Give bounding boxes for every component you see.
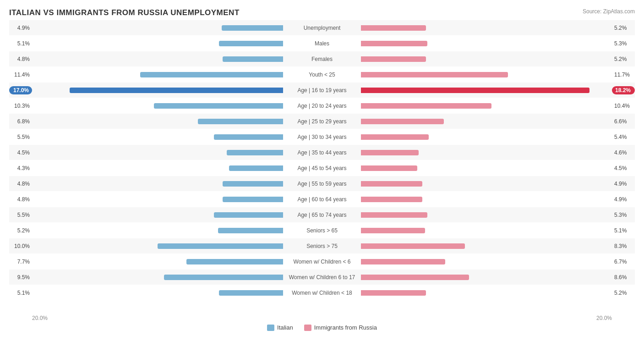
left-bar-area bbox=[32, 51, 283, 66]
blue-bar bbox=[70, 88, 283, 93]
right-value: 5.2% bbox=[612, 290, 635, 296]
chart-row: 11.4%Youth < 2511.7% bbox=[9, 67, 635, 82]
left-value: 4.8% bbox=[9, 56, 32, 62]
bar-section: Seniors > 65 bbox=[32, 223, 612, 238]
left-value: 7.7% bbox=[9, 259, 32, 265]
center-label: Females bbox=[283, 56, 361, 62]
center-label: Age | 25 to 29 years bbox=[283, 118, 361, 125]
left-value: 5.1% bbox=[9, 290, 32, 296]
pink-bar bbox=[361, 259, 445, 264]
left-bar-area bbox=[32, 129, 283, 144]
axis-left: 20.0% bbox=[32, 315, 48, 321]
right-value: 4.9% bbox=[612, 196, 635, 203]
chart-row: 5.1%Women w/ Children < 185.2% bbox=[9, 285, 635, 300]
bar-section: Age | 20 to 24 years bbox=[32, 98, 612, 113]
chart-title: ITALIAN VS IMMIGRANTS FROM RUSSIA UNEMPL… bbox=[9, 8, 635, 17]
blue-bar bbox=[214, 212, 283, 218]
bar-section: Males bbox=[32, 36, 612, 51]
right-value: 5.3% bbox=[612, 212, 635, 218]
chart-row: 9.5%Women w/ Children 6 to 178.6% bbox=[9, 270, 635, 285]
right-bar-area bbox=[361, 160, 612, 176]
chart-row: 17.0%Age | 16 to 19 years18.2% bbox=[9, 83, 635, 98]
legend-russia: Immigrants from Russia bbox=[304, 324, 377, 331]
pink-bar bbox=[361, 275, 469, 280]
blue-bar bbox=[222, 25, 283, 31]
pink-bar bbox=[361, 119, 444, 124]
pink-bar bbox=[361, 134, 429, 140]
legend-russia-box bbox=[304, 325, 311, 331]
chart-row: 5.1%Males5.3% bbox=[9, 36, 635, 51]
left-value: 4.3% bbox=[9, 165, 32, 171]
left-bar-area bbox=[32, 145, 283, 160]
legend-italian-box bbox=[267, 325, 274, 331]
right-value: 11.7% bbox=[612, 72, 635, 78]
left-value: 4.8% bbox=[9, 196, 32, 203]
center-label: Seniors > 65 bbox=[283, 227, 361, 234]
pink-bar bbox=[361, 25, 426, 31]
right-bar-area bbox=[361, 67, 612, 82]
blue-bar bbox=[158, 243, 283, 249]
chart-row: 6.8%Age | 25 to 29 years6.6% bbox=[9, 114, 635, 129]
right-bar-area bbox=[361, 20, 612, 35]
left-bar-area bbox=[32, 223, 283, 238]
right-value: 4.6% bbox=[612, 149, 635, 156]
blue-bar bbox=[140, 72, 283, 77]
bar-section: Seniors > 75 bbox=[32, 238, 612, 253]
right-value: 6.6% bbox=[612, 118, 635, 125]
bar-section: Women w/ Children < 6 bbox=[32, 254, 612, 269]
chart-row: 4.8%Age | 55 to 59 years4.9% bbox=[9, 176, 635, 191]
left-bar-area bbox=[32, 254, 283, 269]
chart-row: 4.8%Females5.2% bbox=[9, 51, 635, 66]
center-label: Women w/ Children < 18 bbox=[283, 290, 361, 296]
right-bar-area bbox=[361, 176, 612, 191]
right-bar-area bbox=[361, 254, 612, 269]
right-value: 5.2% bbox=[612, 56, 635, 62]
pink-bar bbox=[361, 72, 508, 77]
chart-row: 7.7%Women w/ Children < 66.7% bbox=[9, 254, 635, 269]
chart-container: ITALIAN VS IMMIGRANTS FROM RUSSIA UNEMPL… bbox=[0, 0, 644, 347]
blue-bar bbox=[219, 290, 283, 296]
center-label: Age | 45 to 54 years bbox=[283, 165, 361, 171]
chart-row: 10.0%Seniors > 758.3% bbox=[9, 238, 635, 253]
bar-section: Age | 45 to 54 years bbox=[32, 160, 612, 176]
chart-row: 5.5%Age | 65 to 74 years5.3% bbox=[9, 207, 635, 222]
chart-row: 10.3%Age | 20 to 24 years10.4% bbox=[9, 98, 635, 113]
bottom-axis: 20.0% 20.0% bbox=[9, 313, 635, 321]
right-value: 10.4% bbox=[612, 103, 635, 109]
left-bar-area bbox=[32, 192, 283, 207]
left-value: 5.2% bbox=[9, 227, 32, 234]
right-bar-area bbox=[361, 36, 612, 51]
bar-section: Women w/ Children < 18 bbox=[32, 285, 612, 300]
right-value: 8.6% bbox=[612, 274, 635, 281]
legend-italian: Italian bbox=[267, 324, 293, 331]
chart-row: 5.5%Age | 30 to 34 years5.4% bbox=[9, 129, 635, 144]
center-label: Youth < 25 bbox=[283, 72, 361, 78]
axis-right: 20.0% bbox=[596, 315, 612, 321]
left-bar-area bbox=[32, 285, 283, 300]
bar-section: Age | 55 to 59 years bbox=[32, 176, 612, 191]
right-value: 8.3% bbox=[612, 243, 635, 249]
left-value: 17.0% bbox=[9, 86, 32, 94]
blue-bar bbox=[223, 181, 283, 187]
blue-bar bbox=[214, 134, 283, 140]
left-value: 5.5% bbox=[9, 134, 32, 140]
right-bar-area bbox=[361, 145, 612, 160]
right-value: 18.2% bbox=[612, 86, 635, 94]
blue-bar bbox=[154, 103, 283, 109]
right-bar-area bbox=[361, 285, 612, 300]
left-bar-area bbox=[32, 238, 283, 253]
right-bar-area bbox=[361, 207, 612, 222]
chart-row: 5.2%Seniors > 655.1% bbox=[9, 223, 635, 238]
left-value: 5.5% bbox=[9, 212, 32, 218]
source-text: Source: ZipAtlas.com bbox=[583, 8, 635, 15]
left-bar-area bbox=[32, 98, 283, 113]
left-value: 4.5% bbox=[9, 149, 32, 156]
center-label: Age | 16 to 19 years bbox=[283, 87, 361, 94]
blue-bar bbox=[219, 41, 283, 46]
center-label: Seniors > 75 bbox=[283, 243, 361, 249]
blue-bar bbox=[223, 197, 283, 202]
left-value: 10.3% bbox=[9, 103, 32, 109]
legend: Italian Immigrants from Russia bbox=[9, 324, 635, 331]
chart-area: 4.9%Unemployment5.2%5.1%Males5.3%4.8%Fem… bbox=[9, 20, 635, 313]
legend-russia-label: Immigrants from Russia bbox=[314, 324, 377, 331]
